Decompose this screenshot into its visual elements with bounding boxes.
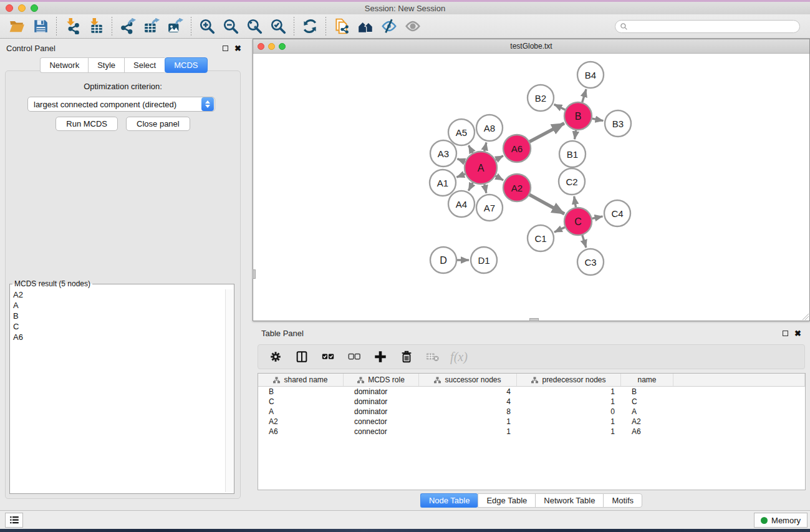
memory-button[interactable]: Memory: [754, 513, 808, 528]
graph-edge-B-B1[interactable]: [575, 130, 576, 140]
open-session-button[interactable]: [5, 16, 29, 36]
graph-node-A3[interactable]: A3: [430, 140, 456, 167]
select-all-columns-button[interactable]: [319, 348, 337, 365]
graph-edge-C-C4[interactable]: [592, 216, 603, 219]
table-settings-gear-button[interactable]: [267, 348, 284, 365]
refresh-layout-button[interactable]: [298, 16, 322, 36]
import-table-button[interactable]: [84, 16, 108, 36]
search-input[interactable]: [628, 22, 799, 31]
graph-node-A4[interactable]: A4: [448, 191, 475, 217]
show-columns-button[interactable]: [293, 348, 311, 365]
column-header-MCDS-role[interactable]: MCDS role: [344, 374, 419, 386]
save-session-button[interactable]: [29, 16, 52, 36]
close-panel-icon[interactable]: ✖: [234, 44, 241, 52]
zoom-selected-button[interactable]: [266, 16, 290, 36]
tab-select[interactable]: Select: [124, 57, 165, 73]
result-list-item[interactable]: B: [11, 311, 224, 321]
zoom-in-button[interactable]: [195, 16, 219, 36]
graph-edge-B-B2[interactable]: [554, 104, 566, 110]
graph-node-C1[interactable]: C1: [528, 225, 554, 251]
column-header-name[interactable]: name: [621, 374, 673, 386]
graph-node-A6[interactable]: A6: [503, 135, 531, 162]
float-panel-icon[interactable]: [223, 46, 228, 51]
result-list-item[interactable]: A2: [11, 289, 224, 300]
delete-table-button[interactable]: [424, 348, 441, 365]
table-row[interactable]: Cdominator41C: [258, 397, 805, 407]
zoom-out-button[interactable]: [219, 16, 243, 36]
apply-function-button[interactable]: f(x): [450, 348, 468, 365]
export-image-button[interactable]: [163, 16, 187, 36]
column-header-successor-nodes[interactable]: successor nodes: [419, 374, 517, 386]
close-table-panel-icon[interactable]: ✖: [794, 329, 801, 337]
graph-node-C2[interactable]: C2: [559, 168, 585, 195]
home-view-button[interactable]: [354, 16, 377, 36]
graph-edge-C-C2[interactable]: [574, 196, 576, 208]
splitter-handle-left[interactable]: [253, 269, 256, 279]
graph-node-B1[interactable]: B1: [559, 141, 586, 167]
table-row[interactable]: Adominator80A: [258, 407, 805, 417]
graph-node-A[interactable]: A: [465, 152, 497, 184]
zoom-fit-button[interactable]: [243, 16, 266, 36]
result-scrollbar[interactable]: [225, 289, 233, 492]
close-panel-button[interactable]: Close panel: [126, 117, 190, 131]
graph-edge-B-B4[interactable]: [582, 89, 586, 102]
tab-node-table[interactable]: Node Table: [420, 493, 478, 508]
graph-node-A5[interactable]: A5: [448, 119, 475, 145]
tab-style[interactable]: Style: [88, 57, 124, 73]
tab-mcds[interactable]: MCDS: [165, 57, 207, 73]
graph-edge-B-B3[interactable]: [592, 118, 604, 120]
graph-edge-A-A5[interactable]: [469, 145, 473, 153]
graph-edge-A6-B[interactable]: [529, 123, 564, 142]
tab-edge-table[interactable]: Edge Table: [478, 493, 535, 508]
graph-node-A2[interactable]: A2: [503, 174, 531, 201]
export-table-button[interactable]: [140, 16, 163, 36]
graph-node-B[interactable]: B: [564, 102, 592, 130]
graph-edge-A-A1[interactable]: [456, 174, 465, 177]
graph-edge-A-A7[interactable]: [485, 184, 486, 193]
graph-node-B4[interactable]: B4: [577, 62, 604, 88]
graph-edge-C-C3[interactable]: [582, 235, 586, 248]
deselect-all-columns-button[interactable]: [345, 348, 363, 365]
column-header-empty[interactable]: [673, 374, 805, 386]
search-box[interactable]: [615, 20, 800, 33]
graph-edge-A-A8[interactable]: [485, 142, 486, 151]
run-mcds-button[interactable]: Run MCDS: [55, 117, 118, 131]
graph-node-D[interactable]: D: [430, 247, 456, 273]
table-row[interactable]: Bdominator41B: [258, 387, 805, 397]
clone-network-button[interactable]: [330, 16, 354, 36]
network-window-titlebar[interactable]: testGlobe.txt: [253, 39, 809, 54]
column-header-shared-name[interactable]: shared name: [258, 374, 344, 386]
import-network-button[interactable]: [60, 16, 84, 36]
show-panels-list-button[interactable]: [5, 513, 23, 528]
result-list-item[interactable]: C: [11, 321, 224, 332]
export-network-button[interactable]: [116, 16, 140, 36]
add-column-button[interactable]: [372, 348, 389, 365]
delete-column-button[interactable]: [398, 348, 415, 365]
column-header-predecessor-nodes[interactable]: predecessor nodes: [517, 374, 621, 386]
graph-node-C[interactable]: C: [564, 208, 592, 235]
graph-node-B2[interactable]: B2: [528, 85, 554, 111]
tab-network-table[interactable]: Network Table: [535, 493, 603, 508]
graph-node-C3[interactable]: C3: [577, 249, 604, 275]
tab-motifs[interactable]: Motifs: [603, 493, 642, 508]
graph-edge-A-A2[interactable]: [496, 176, 504, 180]
network-canvas[interactable]: AA1A2A3A4A5A6A7A8BB1B2B3B4CC1C2C3C4DD1: [253, 54, 809, 321]
optimization-criterion-select[interactable]: largest connected component (directed): [27, 97, 215, 112]
graph-edge-A-A4[interactable]: [468, 183, 473, 191]
graph-node-B3[interactable]: B3: [605, 110, 631, 137]
graph-edge-A-A3[interactable]: [457, 159, 465, 162]
birdseye-view-button[interactable]: [401, 16, 425, 36]
graph-node-A7[interactable]: A7: [476, 195, 503, 221]
result-list-item[interactable]: A: [11, 300, 224, 311]
graph-node-C4[interactable]: C4: [604, 200, 630, 226]
graph-edge-C-C1[interactable]: [554, 227, 565, 232]
graph-node-A1[interactable]: A1: [430, 170, 456, 196]
splitter-handle-bottom[interactable]: [529, 318, 539, 321]
hide-graphics-details-button[interactable]: [377, 16, 401, 36]
window-resize-grip[interactable]: [801, 312, 809, 320]
graph-node-A8[interactable]: A8: [476, 115, 503, 141]
tab-network[interactable]: Network: [40, 57, 88, 73]
graph-edge-A-A6[interactable]: [496, 156, 503, 160]
table-row[interactable]: A2connector11A2: [258, 417, 805, 427]
table-row[interactable]: A6connector11A6: [258, 427, 805, 437]
